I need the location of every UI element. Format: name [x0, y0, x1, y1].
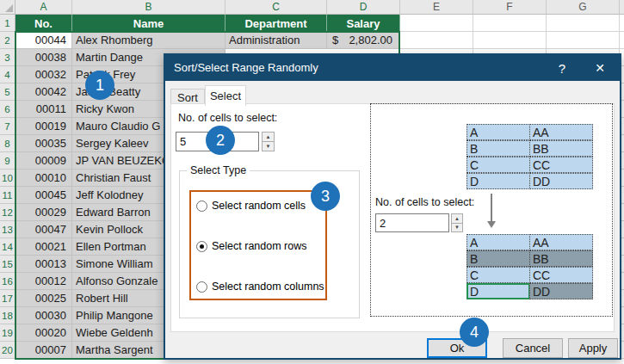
cell-no[interactable]: 00011	[15, 101, 72, 118]
sort-select-randomly-dialog: Sort/Select Range Randomly ? ✕ SortSelec…	[164, 53, 621, 360]
cell-no[interactable]: 00045	[15, 187, 72, 204]
cells-to-select-value: 5	[180, 135, 186, 148]
help-icon[interactable]: ?	[549, 55, 575, 81]
row-header-5[interactable]: 5	[0, 83, 15, 101]
row-header-7[interactable]: 7	[0, 118, 15, 135]
cell-no[interactable]: 00012	[15, 273, 72, 290]
select-type-label: Select Type	[187, 164, 250, 176]
column-header-B[interactable]: B	[72, 0, 226, 15]
row-header-16[interactable]: 16	[0, 273, 15, 290]
cancel-button[interactable]: Cancel	[503, 338, 563, 358]
column-header-H[interactable]: H	[620, 0, 624, 15]
radio-option[interactable]: Select random rows	[196, 239, 306, 253]
select-all-triangle-icon	[5, 4, 13, 12]
column-header-C[interactable]: C	[226, 0, 327, 15]
cells-to-select-label: No. of cells to select:	[178, 112, 277, 124]
salary-amount: 2,802.00	[349, 34, 392, 46]
header-cell-department[interactable]: Department	[226, 15, 327, 32]
cell-name[interactable]: Alex Rhomberg	[72, 32, 226, 49]
cell-no[interactable]: 00047	[15, 221, 72, 238]
preview-cell: CC	[529, 157, 593, 173]
cell-no[interactable]: 00009	[15, 152, 72, 170]
arrow-down-icon	[491, 194, 492, 221]
row-header-12[interactable]: 12	[0, 204, 15, 221]
cell-no[interactable]: 00010	[15, 170, 72, 187]
cell-salary[interactable]: $2,802.00	[327, 32, 400, 49]
table-header-row: No.NameDepartmentSalary	[15, 15, 400, 32]
row-header-4[interactable]: 4	[0, 66, 15, 83]
column-header-A[interactable]: A	[15, 0, 72, 15]
preview-spinner: ▲ ▼	[451, 213, 463, 232]
dialog-title: Sort/Select Range Randomly	[174, 55, 318, 81]
cell-no[interactable]: 00044	[15, 32, 72, 49]
cell-no[interactable]: 00029	[15, 204, 72, 221]
preview-cell: CC	[529, 267, 593, 283]
column-headers: ABCDEFGH	[15, 0, 624, 15]
preview-row: DDD	[467, 284, 595, 300]
preview-cell: DD	[529, 173, 593, 189]
column-header-D[interactable]: D	[327, 0, 400, 15]
cell-no[interactable]: 00030	[15, 307, 72, 324]
step-badge-1: 1	[85, 71, 114, 100]
cell-no[interactable]: 00042	[15, 83, 72, 101]
radio-dot	[200, 244, 204, 249]
preview-row: AAA	[467, 125, 595, 141]
column-header-F[interactable]: F	[473, 0, 547, 15]
preview-row: CCC	[467, 268, 595, 284]
row-header-6[interactable]: 6	[0, 101, 15, 118]
row-header-19[interactable]: 19	[0, 324, 15, 342]
cell-no[interactable]: 00025	[15, 290, 72, 307]
radio-option[interactable]: Select random columns	[196, 280, 324, 293]
preview-row: DDD	[467, 174, 595, 190]
close-icon[interactable]: ✕	[587, 55, 613, 81]
row-header-14[interactable]: 14	[0, 238, 15, 256]
cells-spinner: ▲ ▼	[262, 132, 275, 151]
preview-table-after: AAABBBCCCDDD	[467, 235, 595, 300]
row-header-9[interactable]: 9	[0, 152, 15, 170]
cell-no[interactable]: 00013	[15, 256, 72, 273]
apply-button[interactable]: Apply	[568, 338, 618, 358]
radio-option[interactable]: Select random cells	[196, 199, 306, 213]
preview-row: CCC	[467, 157, 595, 174]
preview-row: BBB	[467, 141, 595, 157]
radio-unselected-icon[interactable]	[196, 281, 207, 293]
cell-department[interactable]: Administration	[226, 32, 327, 49]
step-badge-3: 3	[311, 182, 340, 211]
dialog-tabs: SortSelect	[165, 81, 620, 105]
spinner-down-icon[interactable]: ▼	[262, 141, 275, 151]
row-header-2[interactable]: 2	[0, 32, 15, 49]
cell-no[interactable]: 00007	[15, 342, 72, 359]
preview-cell: C	[466, 267, 530, 283]
column-header-G[interactable]: G	[547, 0, 620, 15]
header-cell-no[interactable]: No.	[15, 15, 72, 32]
tab-select[interactable]: Select	[205, 85, 246, 106]
radio-unselected-icon[interactable]	[196, 201, 207, 212]
row-header-3[interactable]: 3	[0, 49, 15, 66]
preview-cell: A	[466, 124, 530, 140]
row-header-11[interactable]: 11	[0, 187, 15, 204]
cell-no[interactable]: 00021	[15, 238, 72, 256]
row-header-1[interactable]: 1	[0, 15, 15, 32]
header-cell-name[interactable]: Name	[72, 15, 226, 32]
row-header-20[interactable]: 20	[0, 342, 15, 359]
cell-no[interactable]: 00035	[15, 135, 72, 152]
radio-selected-icon[interactable]	[196, 241, 207, 252]
preview-cell: C	[466, 157, 530, 173]
header-cell-salary[interactable]: Salary	[327, 15, 400, 32]
row-header-18[interactable]: 18	[0, 307, 15, 324]
spinner-down-icon: ▼	[451, 223, 463, 233]
select-all-corner[interactable]	[0, 0, 15, 15]
radio-label: Select random rows	[212, 240, 306, 252]
preview-panel: AAABBBCCCDDD No. of cells to select: 2 ▲…	[370, 103, 613, 317]
cell-no[interactable]: 00038	[15, 49, 72, 66]
column-header-E[interactable]: E	[400, 0, 473, 15]
row-header-10[interactable]: 10	[0, 170, 15, 187]
cell-no[interactable]: 00032	[15, 66, 72, 83]
cell-no[interactable]: 00020	[15, 324, 72, 342]
row-header-8[interactable]: 8	[0, 135, 15, 152]
row-header-15[interactable]: 15	[0, 256, 15, 273]
row-header-13[interactable]: 13	[0, 221, 15, 238]
preview-cell: D	[466, 283, 530, 299]
row-header-17[interactable]: 17	[0, 290, 15, 307]
cell-no[interactable]: 00019	[15, 118, 72, 135]
